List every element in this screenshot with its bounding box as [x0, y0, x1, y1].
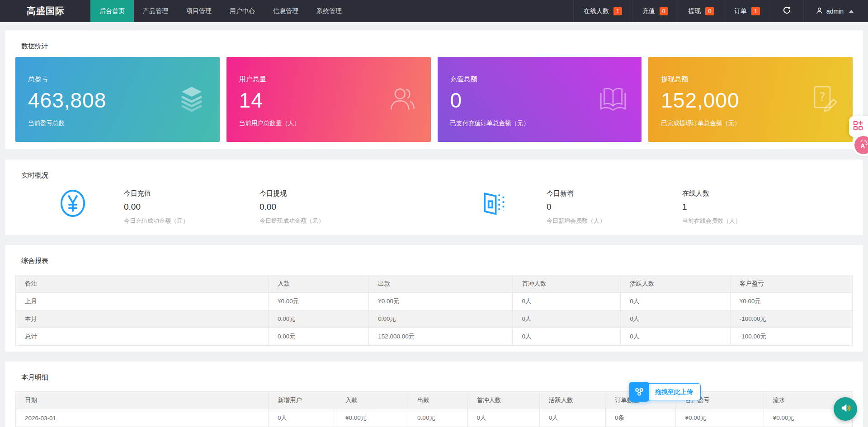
panel-report: 综合报表 备注 入款 出款 首冲人数 活跃人数 客户盈亏 上月 ¥0.00元 ¥… [5, 245, 863, 352]
table-row: 总计 0.00元 152,000.00元 0人 0人 -100.00元 [16, 328, 853, 346]
card-sublabel: 已支付充值订单总金额（元） [450, 119, 629, 127]
realtime-value: 0.00 [124, 202, 259, 212]
translate-icon: A [858, 139, 868, 151]
share-nodes-icon [629, 382, 649, 402]
detail-col-date: 日期 [16, 392, 269, 409]
status-orders[interactable]: 订单 1 [724, 0, 770, 22]
cell: 0人 [539, 409, 605, 427]
card-total-users: 用户总量 14 当前用户总数量（人） [226, 57, 431, 142]
status-withdraw-label: 提现 [688, 7, 701, 15]
cell: 0人 [513, 293, 621, 310]
card-sublabel: 当前用户总数量（人） [239, 119, 418, 127]
cell: 0人 [513, 310, 621, 328]
cell: ¥0.00元 [730, 293, 852, 310]
sound-fab-button[interactable] [834, 397, 857, 421]
status-withdraw[interactable]: 提现 0 [678, 0, 724, 22]
svg-text:?: ? [819, 90, 826, 104]
stat-cards-row: 总盈亏 463,808 当前盈亏总数 用户总量 14 当前用户总数量（人） [15, 57, 853, 142]
drag-upload-widget[interactable]: 拖拽至此上传 [629, 382, 701, 402]
brand-logo: 高盛国际 [0, 0, 90, 22]
cell: 上月 [16, 293, 269, 310]
person-icon [816, 7, 823, 16]
realtime-value: 1 [682, 202, 818, 212]
cell: ¥0.00元 [369, 293, 513, 310]
yen-circle-icon [59, 189, 87, 219]
realtime-label: 今日提现 [259, 189, 395, 198]
card-label: 总盈亏 [28, 75, 207, 84]
cell: 0人 [621, 328, 730, 346]
chevron-up-icon [849, 10, 854, 13]
cell: 152,000.00元 [369, 328, 513, 346]
status-recharge[interactable]: 充值 0 [632, 0, 678, 22]
cell: -100.00元 [730, 328, 852, 346]
realtime-sublabel: 当前在线会员数（人） [682, 217, 818, 225]
status-online-users[interactable]: 在线人数 1 [573, 0, 632, 22]
nav-item-system[interactable]: 系统管理 [307, 0, 351, 22]
nav-menu: 后台首页 产品管理 项目管理 用户中心 信息管理 系统管理 [90, 0, 351, 22]
realtime-item-today-withdraw: 今日提现 0.00 今日提现成功金额（元） [259, 189, 395, 225]
cell: ¥0.00元 [676, 409, 764, 427]
nav-item-products[interactable]: 产品管理 [134, 0, 177, 22]
layers-icon [177, 84, 206, 115]
table-row: 2026-03-01 0人 ¥0.00元 0.00元 0人 0人 0条 ¥0.0… [16, 409, 853, 427]
panel-data-stats: 数据统计 总盈亏 463,808 当前盈亏总数 用户总量 14 当前用户总数量（… [5, 30, 863, 149]
realtime-row: 今日充值 0.00 今日充值成功金额（元） 今日提现 0.00 今日提现成功金额… [15, 189, 853, 225]
apps-sparkle-icon [852, 120, 864, 133]
status-recharge-badge: 0 [660, 7, 668, 15]
cell: 本月 [16, 310, 269, 328]
realtime-label: 今日充值 [124, 189, 259, 198]
cell: 0人 [269, 409, 336, 427]
status-orders-label: 订单 [734, 7, 747, 15]
nav-item-user-center[interactable]: 用户中心 [221, 0, 264, 22]
cell: 0人 [621, 310, 730, 328]
realtime-label: 在线人数 [682, 189, 818, 198]
detail-header-row: 日期 新增用户 入款 出款 首冲人数 活跃人数 订单数量 客户盈亏 流水 [16, 392, 853, 409]
report-col-first-charge: 首冲人数 [513, 275, 621, 293]
report-col-in: 入款 [269, 275, 369, 293]
realtime-section-title: 实时概况 [21, 171, 853, 180]
nav-item-info[interactable]: 信息管理 [264, 0, 307, 22]
table-row: 本月 0.00元 0.00元 0人 0人 -100.00元 [16, 310, 853, 328]
card-total-withdraw: 提现总额 152,000 已完成提现订单总金额（元） ? [648, 57, 853, 142]
cell: 0人 [513, 328, 621, 346]
cell: 总计 [16, 328, 269, 346]
open-book-icon [598, 84, 628, 115]
admin-menu[interactable]: admin [803, 0, 868, 22]
refresh-icon [783, 6, 791, 16]
apps-extension-widget[interactable] [849, 116, 868, 137]
card-label: 提现总额 [661, 75, 840, 84]
report-col-remark: 备注 [16, 275, 269, 293]
realtime-value: 0 [547, 202, 682, 212]
status-withdraw-badge: 0 [705, 7, 714, 15]
realtime-sublabel: 今日充值成功金额（元） [124, 217, 259, 225]
status-online-label: 在线人数 [584, 7, 609, 15]
realtime-label: 今日新增 [547, 189, 682, 198]
cell: 2026-03-01 [16, 409, 269, 427]
building-icon [480, 189, 507, 218]
admin-username: admin [826, 8, 844, 15]
users-icon [387, 84, 417, 115]
realtime-sublabel: 今日新增会员数（人） [547, 217, 682, 225]
cell: 0人 [467, 409, 539, 427]
translate-extension-widget[interactable]: A [854, 136, 868, 154]
detail-col-new-users: 新增用户 [269, 392, 336, 409]
cell: 0条 [605, 409, 675, 427]
refresh-button[interactable] [770, 0, 803, 22]
cell: ¥0.00元 [269, 293, 369, 310]
detail-section-title: 本月明细 [21, 373, 853, 382]
card-sublabel: 已完成提现订单总金额（元） [661, 119, 840, 127]
realtime-item-today-recharge: 今日充值 0.00 今日充值成功金额（元） [124, 189, 259, 225]
stats-section-title: 数据统计 [21, 42, 853, 51]
nav-item-dashboard[interactable]: 后台首页 [90, 0, 134, 22]
realtime-item-online: 在线人数 1 当前在线会员数（人） [682, 189, 818, 225]
speaker-icon [839, 402, 852, 416]
nav-item-projects[interactable]: 项目管理 [177, 0, 221, 22]
cell: 0.00元 [408, 409, 467, 427]
cell: ¥0.00元 [336, 409, 408, 427]
cell: 0.00元 [269, 310, 369, 328]
card-label: 用户总量 [239, 75, 418, 84]
card-sublabel: 当前盈亏总数 [28, 119, 207, 127]
nav-status-cluster: 在线人数 1 充值 0 提现 0 订单 1 [573, 0, 868, 22]
upload-label: 拖拽至此上传 [646, 383, 701, 400]
detail-table: 日期 新增用户 入款 出款 首冲人数 活跃人数 订单数量 客户盈亏 流水 202… [15, 391, 853, 427]
